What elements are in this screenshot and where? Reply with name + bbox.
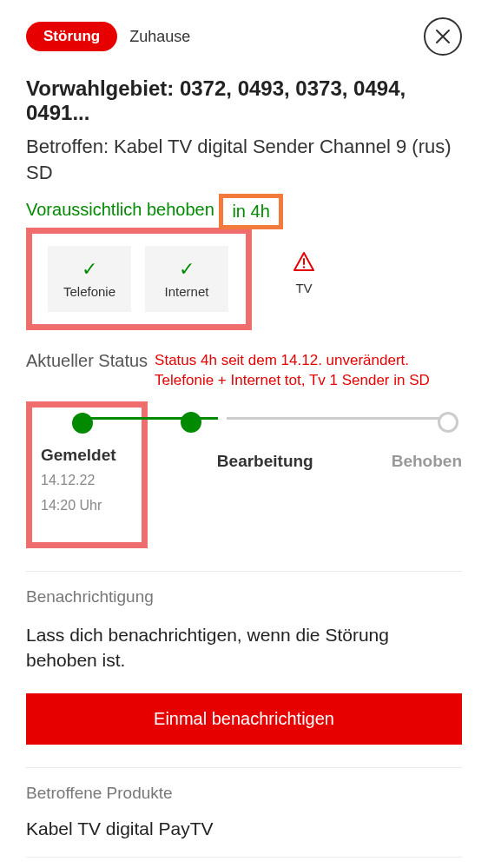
- tiles-highlight-box: ✓ Telefonie ✓ Internet: [26, 228, 252, 330]
- check-icon: ✓: [82, 260, 97, 279]
- tile-label: Telefonie: [63, 284, 115, 299]
- divider: [26, 767, 462, 768]
- svg-point-1: [303, 266, 305, 268]
- eta-row: Voraussichtlich behoben in 4h: [26, 192, 462, 228]
- products-heading: Betroffene Produkte: [26, 784, 462, 803]
- divider: [26, 571, 462, 572]
- status-progress: Gemeldet 14.12.22 14:20 Uhr Bearbeitung …: [26, 401, 462, 547]
- close-button[interactable]: [424, 17, 462, 56]
- breadcrumb-zuhause[interactable]: Zuhause: [129, 28, 190, 46]
- stoerung-badge: Störung: [26, 22, 117, 51]
- step-dot-behoben: [438, 412, 458, 433]
- notify-once-button[interactable]: Einmal benachrichtigen: [26, 693, 462, 745]
- notification-body: Lass dich benachrichtigen, wenn die Stör…: [26, 622, 462, 673]
- product-item: Kabel TV digital PayTV: [26, 818, 462, 839]
- header-left: Störung Zuhause: [26, 22, 190, 51]
- close-icon: [434, 28, 452, 45]
- step-dot-bearbeitung: [181, 412, 201, 433]
- tile-internet[interactable]: ✓ Internet: [145, 246, 228, 312]
- tile-tv[interactable]: TV: [262, 240, 346, 306]
- tile-label: Internet: [165, 284, 209, 299]
- eta-value: in 4h: [232, 202, 269, 221]
- step-label-bearbeitung: Bearbeitung: [69, 452, 313, 471]
- page-title: Vorwahlgebiet: 0372, 0493, 0373, 0494, 0…: [26, 76, 462, 125]
- category-tiles-row: ✓ Telefonie ✓ Internet TV: [26, 228, 462, 330]
- tile-label: TV: [295, 281, 312, 295]
- step-label-behoben: Behoben: [392, 452, 462, 471]
- eta-highlight-box: in 4h: [219, 194, 282, 229]
- eta-label: Voraussichtlich behoben: [26, 200, 214, 219]
- user-annotation: Status 4h seit dem 14.12. unverändert. T…: [155, 351, 462, 391]
- step-time: 14:20 Uhr: [41, 495, 117, 515]
- notification-heading: Benachrichtigung: [26, 587, 462, 606]
- tile-telefonie[interactable]: ✓ Telefonie: [48, 246, 131, 312]
- check-icon: ✓: [179, 260, 195, 279]
- divider: [26, 857, 462, 858]
- warning-icon: [293, 251, 315, 275]
- affected-subtitle: Betroffen: Kabel TV digital Sender Chann…: [26, 134, 462, 185]
- header: Störung Zuhause: [26, 17, 462, 56]
- status-heading: Aktueller Status: [26, 351, 148, 371]
- step-date: 14.12.22: [41, 470, 117, 490]
- status-heading-row: Aktueller Status Status 4h seit dem 14.1…: [26, 351, 462, 391]
